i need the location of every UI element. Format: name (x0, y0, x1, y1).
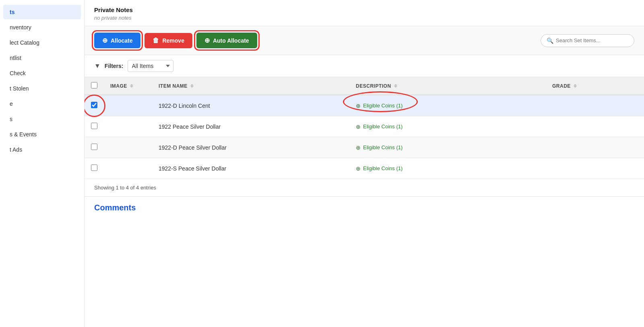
table-row: 1922 Peace Silver Dollar ⊕ Eligible Coin… (85, 116, 644, 137)
private-notes-section: Private Notes no private notes (85, 0, 644, 26)
sidebar-item-s[interactable]: s (3, 112, 81, 126)
item-name-sort-icon (190, 84, 194, 88)
auto-allocate-button[interactable]: ⊕ Auto Allocate (196, 33, 257, 48)
allocate-button[interactable]: ⊕ Allocate (94, 33, 140, 48)
comments-section: Comments (85, 197, 644, 222)
row-3-checkbox[interactable] (91, 144, 97, 150)
row-4-description: ⊕ Eligible Coins (1) (349, 158, 546, 179)
row-4-item-name: 1922-S Peace Silver Dollar (152, 158, 349, 179)
table-row: 1922-D Peace Silver Dollar ⊕ Eligible Co… (85, 137, 644, 158)
description-sort-icon (394, 84, 397, 88)
row-3-eligible-badge[interactable]: ⊕ Eligible Coins (1) (356, 144, 402, 151)
search-icon: 🔍 (547, 37, 553, 44)
coin-icon: ⊕ (356, 103, 361, 109)
table-header-row: IMAGE ITEM NAME (85, 77, 644, 95)
row-3-checkbox-cell (85, 137, 104, 158)
sidebar-item-check[interactable]: Check (3, 66, 81, 80)
row-4-eligible-badge[interactable]: ⊕ Eligible Coins (1) (356, 165, 402, 172)
row-2-description: ⊕ Eligible Coins (1) (349, 116, 546, 137)
search-box: 🔍 (541, 34, 634, 47)
row-2-checkbox-cell (85, 116, 104, 137)
filter-label: Filters: (105, 63, 124, 69)
header-item-name[interactable]: ITEM NAME (152, 77, 349, 95)
filter-icon: ▼ (94, 62, 101, 70)
search-input[interactable] (556, 37, 628, 43)
row-1-description: ⊕ Eligible Coins (1) (349, 95, 546, 116)
main-content: Private Notes no private notes ⊕ Allocat… (85, 0, 644, 327)
sidebar-item-ads[interactable]: t Ads (3, 142, 81, 157)
header-image[interactable]: IMAGE (104, 77, 152, 95)
allocate-icon: ⊕ (102, 37, 107, 44)
header-grade[interactable]: GRADE (546, 77, 644, 95)
items-table: IMAGE ITEM NAME (85, 77, 644, 179)
comments-title: Comments (94, 203, 634, 212)
remove-button[interactable]: 🗑 Remove (144, 33, 192, 48)
coin-icon-2: ⊕ (356, 123, 361, 130)
row-2-eligible-badge[interactable]: ⊕ Eligible Coins (1) (356, 123, 402, 130)
row-4-image (104, 158, 152, 179)
private-notes-value: no private notes (94, 15, 634, 21)
private-notes-label: Private Notes (94, 6, 634, 13)
row-4-checkbox[interactable] (91, 165, 97, 171)
sidebar-item-ts[interactable]: ts (3, 5, 81, 19)
row-3-description: ⊕ Eligible Coins (1) (349, 137, 546, 158)
table-body: 1922-D Lincoln Cent ⊕ Eligible Coins (1) (85, 95, 644, 179)
auto-allocate-icon: ⊕ (204, 37, 210, 44)
sidebar-item-select-catalog[interactable]: lect Catalog (3, 35, 81, 50)
sidebar-item-e[interactable]: e (3, 97, 81, 111)
select-all-checkbox[interactable] (91, 82, 97, 88)
row-4-grade (546, 158, 644, 179)
sidebar-item-stolen[interactable]: t Stolen (3, 81, 81, 96)
grade-sort-icon (574, 84, 577, 88)
row-2-image (104, 116, 152, 137)
row-2-grade (546, 116, 644, 137)
items-table-container: IMAGE ITEM NAME (85, 77, 644, 179)
row-1-item-name: 1922-D Lincoln Cent (152, 95, 349, 116)
sidebar-item-wantlist[interactable]: ntlist (3, 51, 81, 65)
row-1-checkbox[interactable] (91, 102, 97, 108)
sidebar: ts nventory lect Catalog ntlist Check t … (0, 0, 85, 327)
coin-icon-3: ⊕ (356, 144, 361, 151)
row-3-image (104, 137, 152, 158)
entries-info: Showing 1 to 4 of 4 entries (85, 179, 644, 197)
remove-icon: 🗑 (153, 37, 159, 44)
row-1-image (104, 95, 152, 116)
sidebar-item-events[interactable]: s & Events (3, 127, 81, 142)
row-2-checkbox[interactable] (91, 123, 97, 129)
header-description[interactable]: DESCRIPTION (349, 77, 546, 95)
coin-icon-4: ⊕ (356, 165, 361, 172)
filter-bar: ▼ Filters: All Items Allocated Unallocat… (85, 55, 644, 77)
toolbar: ⊕ Allocate 🗑 Remove ⊕ Auto Allocate 🔍 (85, 26, 644, 55)
image-sort-icon (130, 84, 133, 88)
row-4-checkbox-cell (85, 158, 104, 179)
row-1-grade (546, 95, 644, 116)
row-2-item-name: 1922 Peace Silver Dollar (152, 116, 349, 137)
header-checkbox-cell (85, 77, 104, 95)
row-3-grade (546, 137, 644, 158)
table-row: 1922-D Lincoln Cent ⊕ Eligible Coins (1) (85, 95, 644, 116)
row-1-checkbox-cell (85, 95, 104, 116)
filter-dropdown[interactable]: All Items Allocated Unallocated (128, 60, 173, 72)
sidebar-item-inventory[interactable]: nventory (3, 20, 81, 35)
table-row: 1922-S Peace Silver Dollar ⊕ Eligible Co… (85, 158, 644, 179)
row-3-item-name: 1922-D Peace Silver Dollar (152, 137, 349, 158)
row-1-eligible-badge[interactable]: ⊕ Eligible Coins (1) (356, 103, 402, 109)
